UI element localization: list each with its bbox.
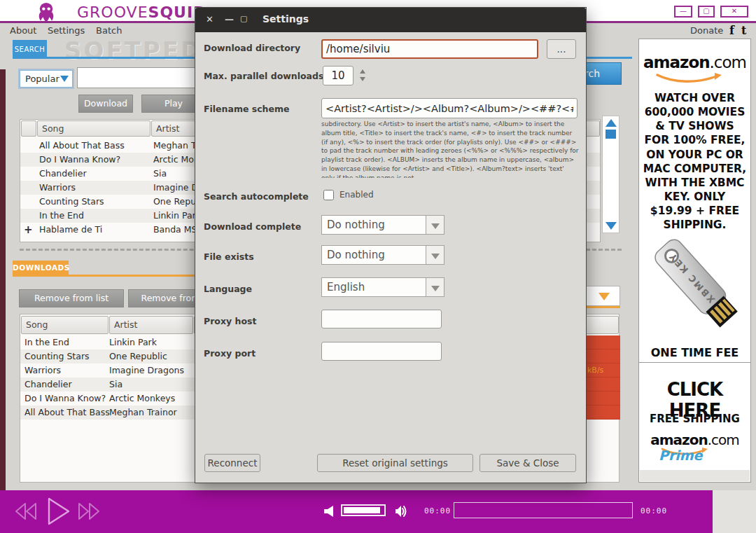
max-parallel-label: Max. parallel downloads — [204, 71, 323, 81]
proxy-host-label: Proxy host — [204, 316, 256, 326]
chevron-down-icon — [598, 293, 610, 300]
download-directory-label: Download directory — [204, 43, 300, 53]
ad-divider — [639, 362, 750, 363]
results-header-song[interactable]: Song — [37, 120, 150, 137]
file-exists-arrow[interactable] — [426, 245, 444, 265]
next-track-icon[interactable] — [77, 501, 101, 521]
file-exists-label: File exists — [204, 251, 254, 262]
artist-cell: Meghan Trainor — [109, 406, 177, 420]
chevron-down-icon — [431, 254, 440, 259]
twitter-icon[interactable]: t — [741, 24, 746, 37]
dialog-title: Settings — [262, 13, 309, 25]
app-logo: GROOVESQUID — [77, 4, 206, 21]
song-cell: Do I Wanna Know? — [39, 153, 120, 167]
artist-cell: Arctic Monkeys — [109, 392, 175, 406]
artist-cell: Linkin Park — [109, 335, 157, 349]
artist-cell: One Republic — [109, 349, 167, 364]
download-complete-arrow[interactable] — [426, 215, 444, 235]
results-header-icon-col[interactable] — [21, 120, 36, 137]
dialog-maximize-icon[interactable]: ▢ — [240, 14, 247, 23]
autocomplete-checkbox[interactable] — [323, 190, 334, 200]
window-close-button[interactable]: ✕ — [720, 6, 748, 18]
proxy-port-input[interactable] — [321, 342, 442, 361]
song-cell: In the End — [24, 335, 69, 349]
spinner-down-icon[interactable] — [360, 77, 365, 81]
spinner-up-icon[interactable] — [360, 69, 365, 74]
scroll-down-icon[interactable] — [606, 222, 617, 230]
genre-select[interactable]: Popular — [20, 70, 73, 88]
downloads-header-artist[interactable]: Artist — [109, 316, 193, 334]
scrollbar-thumb[interactable] — [606, 130, 616, 139]
artist-cell: Imagine Dragons — [109, 364, 184, 378]
file-exists-select[interactable]: Do nothing — [321, 245, 426, 265]
play-icon[interactable] — [43, 496, 73, 527]
dialog-minimize-icon[interactable]: — — [225, 14, 234, 25]
amazon-smile-icon — [654, 73, 724, 84]
ad-footer — [640, 470, 750, 481]
search-autocomplete-label: Search autocomplete — [204, 191, 309, 202]
volume-loud-icon[interactable] — [396, 505, 408, 518]
language-arrow[interactable] — [426, 277, 444, 297]
remove-from-list-button[interactable]: Remove from list — [19, 289, 124, 307]
reconnect-button[interactable]: Reconnect — [204, 454, 260, 472]
volume-slider[interactable] — [341, 504, 386, 516]
previous-track-icon[interactable] — [14, 501, 38, 521]
artist-cell: Linkin Park — [153, 209, 201, 223]
download-complete-label: Download complete — [204, 221, 301, 232]
window-minimize-button[interactable]: — — [674, 6, 692, 18]
ad-panel[interactable]: amazon.com WATCH OVER 600,000 MOVIES & T… — [638, 39, 751, 483]
add-to-downloads-icon[interactable]: + — [24, 223, 33, 237]
song-cell: Do I Wanna Know? — [24, 392, 106, 406]
proxy-host-input[interactable] — [321, 310, 442, 328]
total-time: 00:00 — [640, 506, 667, 515]
language-select[interactable]: English — [321, 277, 426, 297]
desktop-edge — [0, 69, 6, 490]
song-cell: Chandelier — [39, 167, 87, 181]
artist-cell: Banda MS — [153, 223, 197, 237]
spinner-arrows[interactable] — [355, 67, 366, 85]
song-cell: Warriors — [39, 181, 76, 195]
window-maximize-button[interactable]: ▢ — [698, 6, 715, 18]
scroll-up-icon[interactable] — [606, 119, 617, 127]
filename-scheme-input[interactable] — [321, 98, 578, 118]
facebook-icon[interactable]: f — [729, 24, 734, 37]
genre-select-value: Popular — [25, 74, 59, 84]
chevron-down-icon — [431, 223, 440, 229]
tab-downloads[interactable]: DOWNLOADS — [13, 261, 69, 275]
ad-headline: WATCH OVER 600,000 MOVIES & TV SHOWS FOR… — [639, 91, 750, 232]
dialog-titlebar[interactable]: ✕ — ▢ Settings — [195, 8, 586, 32]
menu-about[interactable]: About — [10, 25, 36, 39]
language-label: Language — [204, 284, 252, 294]
save-close-button[interactable]: Save & Close — [479, 454, 576, 472]
donate-link[interactable]: Donate — [690, 25, 723, 36]
max-parallel-spinner[interactable]: 10 — [323, 66, 354, 85]
download-button[interactable]: Download — [78, 95, 133, 113]
autocomplete-checkbox-label: Enabled — [340, 190, 374, 200]
song-cell: All About That Bass — [24, 406, 110, 420]
song-cell: Counting Stars — [39, 195, 104, 209]
dialog-close-icon[interactable]: ✕ — [206, 14, 214, 25]
proxy-port-label: Proxy port — [204, 348, 255, 359]
downloads-header-song[interactable]: Song — [21, 316, 108, 334]
artist-cell: Sia — [153, 167, 167, 181]
prime-wordmark: Prime — [659, 448, 703, 463]
song-cell: Counting Stars — [24, 349, 90, 364]
progress-bar[interactable] — [454, 502, 633, 518]
download-complete-select[interactable]: Do nothing — [321, 215, 426, 235]
volume-mute-icon[interactable] — [324, 506, 334, 517]
tab-search[interactable]: SEARCH — [13, 40, 47, 59]
squid-logo-icon — [32, 3, 60, 22]
elapsed-time: 00:00 — [424, 506, 451, 515]
amazon-logo: amazon.com — [639, 53, 750, 71]
filename-scheme-label: Filename scheme — [204, 104, 290, 114]
window-corner — [713, 490, 756, 533]
results-scrollbar[interactable] — [602, 116, 620, 233]
artist-cell: Sia — [109, 378, 122, 392]
browse-button[interactable]: ... — [547, 39, 576, 59]
usb-key-image: XBMC KEY — [639, 232, 752, 347]
download-directory-input[interactable] — [321, 39, 538, 59]
reset-settings-button[interactable]: Reset original settings — [317, 454, 473, 472]
settings-dialog: ✕ — ▢ Settings Download directory ... Ma… — [195, 7, 587, 483]
volume-level — [344, 507, 380, 513]
song-cell: All About That Bass — [39, 139, 125, 153]
